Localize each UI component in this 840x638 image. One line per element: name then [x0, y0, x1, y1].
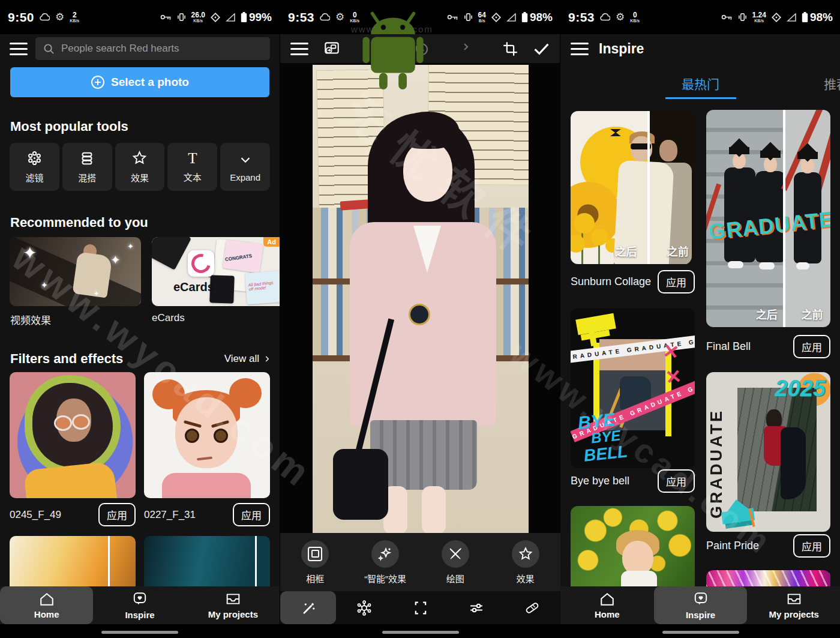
- tab-recommended[interactable]: 推荐: [824, 74, 840, 92]
- home-indicator[interactable]: [382, 631, 459, 634]
- nav-home[interactable]: Home: [560, 586, 654, 624]
- layers-icon: [79, 151, 95, 166]
- projects-tray-icon: [225, 592, 241, 606]
- popular-tools-row: 滤镜 混搭 效果 T 文本 Expand: [10, 143, 270, 191]
- tab-hottest[interactable]: 最热门: [682, 74, 719, 92]
- tool-effects[interactable]: 效果: [490, 533, 560, 591]
- editor-tools-row: 相框 “智能”效果 绘图 效果: [280, 533, 560, 591]
- home-indicator[interactable]: [662, 631, 739, 634]
- card-art: [54, 415, 72, 431]
- magic-wand-icon: [300, 600, 317, 616]
- inspire-card-footer: Bye bye bell 应用: [571, 469, 695, 493]
- tool-effects[interactable]: 效果: [115, 143, 165, 191]
- menu-button[interactable]: [10, 43, 28, 55]
- mode-magic-wand[interactable]: [280, 591, 336, 624]
- x-mark: ✕: [662, 339, 681, 364]
- sparkle-icon: ✦: [110, 253, 121, 267]
- filter-card-0245[interactable]: [10, 372, 136, 498]
- home-icon: [39, 592, 55, 606]
- search-input[interactable]: People search Red hearts: [35, 37, 270, 60]
- after-label: 之后: [616, 243, 637, 259]
- filter-name: 0227_F_31: [144, 509, 196, 521]
- mode-ai-tools[interactable]: [336, 591, 392, 624]
- inspire-card-footer: Final Bell 应用: [706, 335, 830, 358]
- inspire-card-bye-bye-bell[interactable]: GRADUATE GRADUATE GRADUATE GRADUATE GRAD…: [571, 308, 695, 468]
- tool-frame[interactable]: 相框: [280, 533, 350, 591]
- selection-brackets-icon: [412, 600, 429, 616]
- inspire-card-final-bell[interactable]: GRADUATE 之后 之前: [706, 110, 830, 327]
- tool-filters[interactable]: 滤镜: [10, 143, 59, 191]
- sparkle-icon: ✦: [41, 280, 48, 290]
- nav-my-projects[interactable]: My projects: [187, 586, 280, 624]
- status-bar: 9:50 ⚙ 2KB/s 26.0KB/s 99%: [0, 0, 280, 34]
- view-all-link[interactable]: View all: [224, 353, 271, 365]
- nav-inspire[interactable]: Inspire: [93, 586, 186, 624]
- filter-name: 0245_F_49: [10, 509, 61, 521]
- before-label: 之前: [802, 306, 823, 322]
- confirm-check-icon[interactable]: [533, 41, 550, 56]
- tool-text[interactable]: T 文本: [167, 143, 217, 191]
- nav-home[interactable]: Home: [0, 586, 93, 624]
- inspire-card-sunburn-collage[interactable]: 之后 之前: [571, 111, 695, 264]
- home-indicator[interactable]: [101, 631, 178, 634]
- sparkle-icon: ✦: [127, 242, 134, 251]
- filter-card-partial-autumn[interactable]: [10, 536, 136, 587]
- inspire-card-partial-neon[interactable]: [706, 570, 830, 588]
- filter-card-partial-teal[interactable]: [144, 536, 270, 587]
- tool-smart-effects[interactable]: “智能”效果: [350, 533, 421, 591]
- inspire-card-partial-flowers[interactable]: [571, 506, 695, 588]
- gear-icon: ⚙: [616, 12, 625, 22]
- select-photo-button[interactable]: Select a photo: [10, 67, 269, 97]
- inspire-heart-icon: [132, 591, 148, 607]
- apply-button[interactable]: 应用: [98, 503, 136, 526]
- network-speed: 1.24KB/s: [752, 11, 766, 23]
- nav-my-projects[interactable]: My projects: [747, 586, 840, 624]
- editor-canvas-photo[interactable]: [313, 65, 529, 533]
- before-after-divider: [783, 110, 785, 327]
- menu-button[interactable]: [571, 43, 589, 55]
- battery-icon: [521, 12, 528, 23]
- card-art: [152, 237, 191, 270]
- battery-indicator: 98%: [802, 11, 833, 24]
- screenshot-composite: 9:50 ⚙ 2KB/s 26.0KB/s 99% People search …: [0, 0, 840, 638]
- recommended-card-ecards[interactable]: CONGRATS I Love you All bad things off m…: [152, 237, 280, 306]
- apply-button[interactable]: 应用: [793, 335, 830, 358]
- apply-button[interactable]: 应用: [793, 534, 830, 558]
- crop-icon[interactable]: [502, 41, 518, 57]
- filter-card-0227[interactable]: [144, 372, 270, 498]
- inspire-card-paint-pride[interactable]: GRADUATE 2025: [706, 372, 830, 532]
- nav-inspire[interactable]: Inspire: [654, 586, 748, 624]
- chevron-down-icon: [238, 152, 253, 167]
- card-art: [737, 388, 817, 511]
- card-name: Bye bye bell: [571, 475, 629, 487]
- home-icon: [599, 592, 615, 606]
- android-robot-watermark: [352, 4, 434, 92]
- redo-icon[interactable]: [454, 41, 470, 55]
- tool-collage[interactable]: 混搭: [62, 143, 112, 191]
- tool-draw[interactable]: 绘图: [421, 533, 491, 591]
- photo-girl-face: [403, 142, 452, 202]
- card-art: [575, 313, 616, 336]
- signal-triangle-icon: [506, 13, 516, 22]
- crossed-pens-icon: [448, 546, 463, 562]
- export-image-icon[interactable]: [323, 41, 341, 56]
- tool-expand[interactable]: Expand: [220, 143, 270, 191]
- apply-button[interactable]: 应用: [233, 503, 270, 526]
- inspire-card-footer: Sunburn Collage 应用: [571, 270, 695, 293]
- clock: 9:50: [8, 10, 34, 25]
- apply-button[interactable]: 应用: [658, 270, 695, 293]
- photo-girl-bangs: [397, 112, 459, 149]
- recommended-card-video-effects[interactable]: ✦ ✦ ✦ ✦ ✦: [10, 237, 141, 306]
- mode-select[interactable]: [392, 591, 448, 624]
- apply-button[interactable]: 应用: [658, 469, 695, 493]
- screen-editor: 9:53 ⚙ 0KB/s 64B/s 98%: [280, 0, 560, 638]
- inspire-tabs: 最热门 推荐: [560, 67, 840, 103]
- menu-button[interactable]: [290, 43, 308, 55]
- mode-heal[interactable]: [505, 591, 560, 624]
- vibrate-icon: [464, 13, 473, 22]
- mode-adjust[interactable]: [448, 591, 504, 624]
- traffic-speed: 2KB/s: [70, 11, 79, 23]
- photo-blazer-badge: [409, 304, 430, 325]
- vibrate-icon: [738, 13, 747, 22]
- card-art: [214, 429, 228, 443]
